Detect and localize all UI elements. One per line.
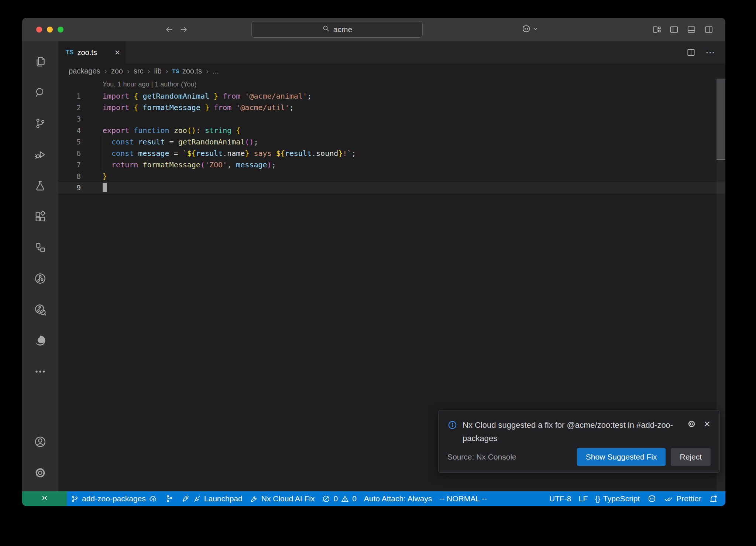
- minimize-button[interactable]: [47, 27, 53, 33]
- warnings-count: 0: [352, 494, 357, 503]
- gitlens-codelens[interactable]: You, 1 hour ago | 1 author (You): [58, 78, 725, 91]
- more-actions-icon[interactable]: ⋯: [705, 47, 715, 58]
- sidebar-item-nx-projects[interactable]: [22, 233, 58, 264]
- line-number: 2: [58, 102, 81, 113]
- connected-squares-icon: [34, 241, 47, 255]
- notification-settings-icon[interactable]: [687, 419, 696, 429]
- breadcrumb: packages › zoo › src › lib › TS zoo.ts ›…: [58, 64, 725, 78]
- code-text: return formatMessage('ZOO', message);: [81, 159, 276, 171]
- code-text: [81, 182, 107, 194]
- settings-button[interactable]: [22, 458, 58, 489]
- sidebar-item-extensions[interactable]: [22, 202, 58, 233]
- zoom-button[interactable]: [58, 27, 63, 33]
- extensions-icon: [34, 210, 47, 224]
- breadcrumb-item-src[interactable]: src: [134, 67, 144, 75]
- code-line: 8}: [58, 171, 725, 182]
- breadcrumb-separator-icon: ›: [148, 66, 150, 75]
- nx-fix-label: Nx Cloud AI Fix: [261, 494, 315, 503]
- sidebar-item-more[interactable]: [22, 357, 58, 388]
- window-controls: [36, 27, 63, 33]
- flask-icon: [34, 179, 47, 193]
- nx-cloud-ai-fix-status[interactable]: Nx Cloud AI Fix: [246, 491, 319, 506]
- breadcrumb-item-symbol[interactable]: ...: [213, 67, 219, 75]
- line-number: 3: [58, 113, 81, 125]
- circle-graph-icon: [34, 272, 47, 287]
- rocket-icon: [181, 494, 190, 503]
- command-center-search[interactable]: acme: [251, 21, 423, 38]
- code-line: 5 const result = getRandomAnimal();: [58, 136, 725, 148]
- account-icon: [34, 435, 47, 450]
- split-editor-icon[interactable]: [686, 48, 696, 57]
- back-button[interactable]: [164, 25, 174, 34]
- line-number: 1: [58, 91, 81, 102]
- copilot-icon: [521, 24, 531, 35]
- tab-zoo-ts[interactable]: TS zoo.ts ✕: [58, 41, 126, 64]
- breadcrumb-separator-icon: ›: [206, 66, 209, 75]
- show-suggested-fix-button[interactable]: Show Suggested Fix: [577, 448, 666, 466]
- code-line: 7 return formatMessage('ZOO', message);: [58, 159, 725, 171]
- notifications-bell[interactable]: [705, 491, 722, 506]
- breadcrumb-item-zoo[interactable]: zoo: [111, 67, 123, 75]
- git-branch-status[interactable]: add-zoo-packages: [67, 491, 161, 506]
- account-button[interactable]: [22, 427, 58, 458]
- sidebar-item-search[interactable]: [22, 78, 58, 109]
- search-value: acme: [333, 25, 352, 34]
- bell-dot-icon: [709, 494, 718, 504]
- ellipsis-icon: [34, 365, 47, 379]
- sidebar-item-nx-cloud[interactable]: [22, 295, 58, 326]
- toggle-primary-sidebar-icon[interactable]: [669, 25, 679, 34]
- breadcrumb-separator-icon: ›: [104, 66, 107, 75]
- warnings-icon: [341, 495, 349, 503]
- breadcrumb-item-lib[interactable]: lib: [154, 67, 162, 75]
- encoding-status[interactable]: UTF-8: [546, 491, 575, 506]
- eol-status[interactable]: LF: [575, 491, 592, 506]
- notification-close-icon[interactable]: ✕: [704, 419, 711, 429]
- scrollbar-slider[interactable]: [717, 79, 725, 160]
- breadcrumb-item-file[interactable]: zoo.ts: [182, 67, 202, 75]
- customize-layout-icon[interactable]: [652, 25, 662, 34]
- wrench-icon: [250, 495, 258, 503]
- editor-group: TS zoo.ts ✕ ⋯ packages › zoo ›: [58, 41, 725, 491]
- code-text: }: [81, 171, 107, 182]
- copilot-status[interactable]: [643, 491, 660, 506]
- forward-button[interactable]: [179, 25, 189, 34]
- close-button[interactable]: [36, 27, 42, 33]
- git-graph-icon: [165, 494, 174, 503]
- editor-cursor: [103, 183, 107, 192]
- toggle-secondary-sidebar-icon[interactable]: [704, 25, 714, 34]
- sidebar-item-nx-console[interactable]: [22, 264, 58, 295]
- edge-browser-icon: [34, 334, 47, 349]
- encoding-label: UTF-8: [549, 494, 571, 503]
- code-text: import { formatMessage } from '@acme/uti…: [81, 102, 294, 113]
- remote-indicator[interactable]: [22, 491, 67, 506]
- tab-close-icon[interactable]: ✕: [114, 48, 120, 57]
- source-control-graph-status[interactable]: [161, 491, 178, 506]
- circle-graph-search-icon: [34, 303, 47, 318]
- sidebar-item-explorer[interactable]: [22, 47, 58, 78]
- sidebar-item-edge-tools[interactable]: [22, 326, 58, 357]
- breadcrumb-item-packages[interactable]: packages: [69, 67, 100, 75]
- tab-label: zoo.ts: [77, 48, 97, 57]
- code-lines: 1import { getRandomAnimal } from '@acme/…: [58, 91, 725, 194]
- copilot-menu[interactable]: [521, 24, 538, 35]
- language-mode-status[interactable]: {} TypeScript: [591, 491, 643, 506]
- code-text: const result = getRandomAnimal();: [81, 136, 258, 148]
- reject-button[interactable]: Reject: [671, 448, 711, 466]
- sidebar-item-run-debug[interactable]: [22, 140, 58, 171]
- code-line: 4export function zoo(): string {: [58, 125, 725, 136]
- errors-count: 0: [333, 494, 338, 503]
- auto-attach-status[interactable]: Auto Attach: Always: [360, 491, 436, 506]
- notification-toast: Nx Cloud suggested a fix for @acme/zoo:t…: [438, 410, 720, 473]
- toggle-panel-icon[interactable]: [687, 25, 696, 34]
- run-debug-icon: [34, 148, 47, 162]
- problems-status[interactable]: 0 0: [318, 491, 360, 506]
- formatter-status[interactable]: Prettier: [660, 491, 705, 506]
- publish-cloud-icon: [149, 494, 158, 503]
- launchpad-status[interactable]: Launchpad: [178, 491, 246, 506]
- code-text: import { getRandomAnimal } from '@acme/a…: [81, 91, 312, 102]
- sidebar-item-source-control[interactable]: [22, 109, 58, 140]
- code-line: 1import { getRandomAnimal } from '@acme/…: [58, 91, 725, 102]
- connect-plug-icon: [193, 495, 201, 503]
- vim-mode-status[interactable]: -- NORMAL --: [436, 491, 491, 506]
- sidebar-item-testing[interactable]: [22, 171, 58, 202]
